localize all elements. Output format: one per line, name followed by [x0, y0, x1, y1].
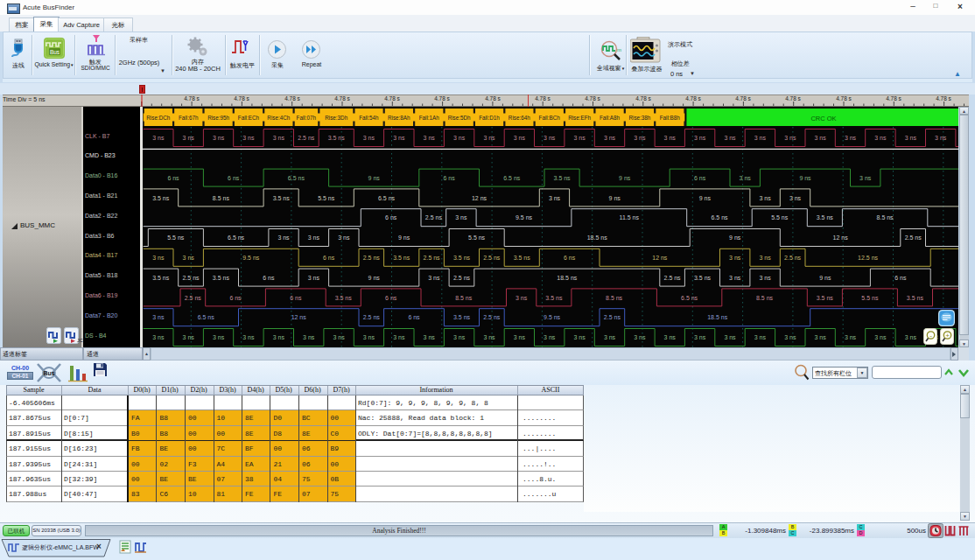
svg-text:3 ns: 3 ns — [784, 334, 796, 340]
svg-text:3 ns: 3 ns — [544, 334, 556, 340]
svg-text:Rise:95h: Rise:95h — [207, 115, 229, 121]
svg-text:3 ns: 3 ns — [604, 334, 616, 340]
svg-text:8.5 ns: 8.5 ns — [756, 295, 774, 301]
svg-text:Fall:BCh: Fall:BCh — [539, 115, 561, 121]
svg-text:3 ns: 3 ns — [845, 334, 857, 340]
svg-text:2.5 ns: 2.5 ns — [453, 275, 471, 281]
svg-text:3.5 ns: 3.5 ns — [273, 195, 291, 201]
svg-text:CRC OK: CRC OK — [810, 115, 836, 122]
svg-text:3 ns: 3 ns — [242, 135, 255, 141]
svg-text:Fall:07h: Fall:07h — [297, 115, 317, 121]
svg-text:3.5 ns: 3.5 ns — [545, 295, 563, 301]
svg-text:Fall:B8h: Fall:B8h — [660, 115, 681, 121]
svg-text:2.5 ns: 2.5 ns — [483, 314, 501, 320]
svg-text:3 ns: 3 ns — [874, 334, 887, 340]
svg-text:5.5 ns: 5.5 ns — [771, 214, 789, 220]
svg-text:3 ns: 3 ns — [759, 255, 771, 261]
svg-text:3 ns: 3 ns — [634, 334, 646, 340]
svg-text:8.5 ns: 8.5 ns — [455, 295, 473, 301]
svg-text:9 ns: 9 ns — [619, 175, 631, 181]
svg-text:12.5 ns: 12.5 ns — [858, 255, 878, 261]
svg-text:Bus: Bus — [50, 49, 60, 55]
svg-text:5.5 ns: 5.5 ns — [861, 295, 879, 301]
svg-text:6 ns: 6 ns — [290, 295, 302, 301]
svg-text:3 ns: 3 ns — [694, 334, 706, 340]
svg-text:6 ns: 6 ns — [323, 255, 335, 261]
svg-text:9 ns: 9 ns — [819, 275, 831, 281]
svg-text:3.5 ns: 3.5 ns — [335, 295, 353, 301]
svg-text:3 ns: 3 ns — [363, 334, 375, 340]
svg-text:3 ns: 3 ns — [905, 135, 917, 141]
svg-text:3 ns: 3 ns — [784, 135, 796, 141]
svg-text:3 ns: 3 ns — [363, 135, 375, 141]
svg-text:12 ns: 12 ns — [291, 314, 307, 320]
svg-text:6 ns: 6 ns — [894, 275, 907, 281]
svg-text:8.5 ns: 8.5 ns — [606, 295, 623, 301]
svg-text:Bus: Bus — [43, 370, 54, 376]
svg-text:3 ns: 3 ns — [213, 135, 225, 141]
svg-text:3 ns: 3 ns — [303, 334, 315, 340]
svg-text:3 ns: 3 ns — [724, 334, 736, 340]
svg-text:Rise:8Ah: Rise:8Ah — [388, 115, 410, 121]
svg-text:3.5 ns: 3.5 ns — [514, 255, 531, 261]
svg-text:2.5 ns: 2.5 ns — [424, 255, 441, 261]
svg-text:3 ns: 3 ns — [514, 334, 526, 340]
svg-text:3 ns: 3 ns — [754, 135, 767, 141]
svg-text:3 ns: 3 ns — [664, 135, 677, 141]
svg-text:11.5 ns: 11.5 ns — [620, 214, 640, 220]
svg-text:3.5 ns: 3.5 ns — [213, 275, 230, 281]
svg-text:3 ns: 3 ns — [759, 275, 771, 281]
svg-text:3 ns: 3 ns — [152, 135, 165, 141]
svg-text:3 ns: 3 ns — [338, 234, 350, 241]
svg-text:3 ns: 3 ns — [664, 334, 677, 340]
svg-text:Fall:A8h: Fall:A8h — [600, 115, 621, 121]
svg-text:Rise:5Dh: Rise:5Dh — [448, 115, 471, 121]
svg-text:6 ns: 6 ns — [385, 295, 397, 301]
svg-text:3 ns: 3 ns — [483, 135, 495, 141]
svg-text:3.5 ns: 3.5 ns — [453, 314, 471, 320]
svg-text:12 ns: 12 ns — [833, 234, 849, 241]
svg-text:6 ns: 6 ns — [443, 175, 455, 181]
svg-text:3 ns: 3 ns — [759, 195, 771, 201]
svg-text:3 ns: 3 ns — [740, 175, 752, 181]
svg-text:3 ns: 3 ns — [277, 234, 290, 241]
svg-text:6 ns: 6 ns — [167, 175, 179, 181]
svg-text:3 ns: 3 ns — [814, 135, 826, 141]
svg-text:Rise:EFh: Rise:EFh — [568, 115, 591, 121]
svg-text:3.5 ns: 3.5 ns — [453, 255, 471, 261]
svg-text:3 ns: 3 ns — [905, 334, 917, 340]
svg-text:3.5 ns: 3.5 ns — [554, 175, 572, 181]
svg-text:3 ns: 3 ns — [308, 234, 320, 241]
svg-text:12 ns: 12 ns — [472, 195, 488, 201]
svg-text:m: m — [617, 47, 621, 52]
svg-text:6 ns: 6 ns — [263, 275, 275, 281]
svg-text:6.5 ns: 6.5 ns — [198, 314, 215, 320]
svg-text:18.5 ns: 18.5 ns — [707, 314, 727, 320]
svg-text:3 ns: 3 ns — [455, 214, 467, 220]
svg-text:3 ns: 3 ns — [935, 135, 947, 141]
svg-text:6 ns: 6 ns — [229, 295, 242, 301]
svg-text:2.5 ns: 2.5 ns — [905, 234, 922, 241]
svg-text:3 ns: 3 ns — [183, 255, 195, 261]
svg-text:3 ns: 3 ns — [549, 195, 561, 201]
svg-text:3 ns: 3 ns — [273, 334, 285, 340]
svg-text:9 ns: 9 ns — [609, 195, 621, 201]
svg-text:3 ns: 3 ns — [789, 195, 802, 201]
svg-text:3.5 ns: 3.5 ns — [152, 275, 170, 281]
svg-text:6 ns: 6 ns — [228, 175, 240, 181]
svg-text:3 ns: 3 ns — [333, 334, 345, 340]
svg-text:2.5 ns: 2.5 ns — [182, 275, 200, 281]
svg-text:3.5 ns: 3.5 ns — [907, 295, 924, 301]
svg-text:6.5 ns: 6.5 ns — [503, 175, 521, 181]
svg-text:3 ns: 3 ns — [183, 135, 195, 141]
svg-text:Rise:3Dh: Rise:3Dh — [325, 115, 347, 121]
svg-text:Rise:DCh: Rise:DCh — [146, 115, 170, 121]
svg-text:6.5 ns: 6.5 ns — [378, 195, 396, 201]
svg-text:5.5 ns: 5.5 ns — [318, 195, 335, 201]
svg-text:3 ns: 3 ns — [845, 135, 857, 141]
svg-text:9 ns: 9 ns — [699, 195, 712, 201]
svg-text:3 ns: 3 ns — [152, 255, 165, 261]
svg-text:3 ns: 3 ns — [242, 334, 255, 340]
svg-text:3 ns: 3 ns — [424, 334, 436, 340]
svg-text:3 ns: 3 ns — [428, 275, 440, 281]
